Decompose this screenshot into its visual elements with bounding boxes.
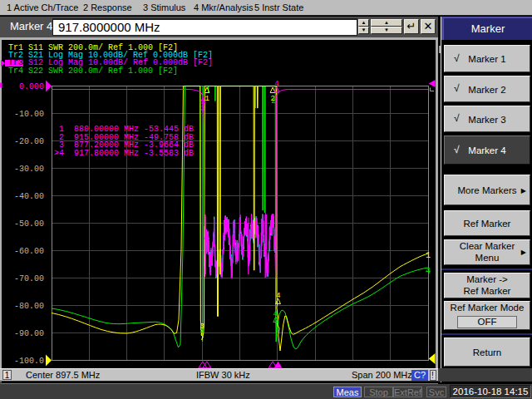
svg-text:0.000: 0.000 xyxy=(19,82,44,91)
svg-text:-80.00: -80.00 xyxy=(14,302,44,311)
svg-text:-70.00: -70.00 xyxy=(14,274,44,283)
svg-text:1: 1 xyxy=(426,251,431,260)
svg-text:-100.0: -100.0 xyxy=(14,357,44,366)
svg-text:-10.00: -10.00 xyxy=(14,110,44,119)
svg-text:3: 3 xyxy=(200,105,204,113)
svg-text:-40.00: -40.00 xyxy=(14,192,44,201)
svg-text:>4 917.80000 MHz -3.5583 dB: >4 917.80000 MHz -3.5583 dB xyxy=(54,149,194,158)
svg-text:2: 2 xyxy=(271,97,275,106)
svg-text:-60.00: -60.00 xyxy=(14,247,44,256)
svg-text:3: 3 xyxy=(200,323,204,331)
svg-text:4: 4 xyxy=(276,292,280,300)
svg-text:1: 1 xyxy=(205,95,209,103)
svg-text:-20.00: -20.00 xyxy=(14,137,44,146)
svg-text:-90.00: -90.00 xyxy=(14,329,44,338)
svg-text:-30.00: -30.00 xyxy=(14,165,44,174)
svg-text:-50.00: -50.00 xyxy=(14,219,44,229)
svg-text:4: 4 xyxy=(274,80,278,88)
svg-text:4: 4 xyxy=(426,267,431,276)
